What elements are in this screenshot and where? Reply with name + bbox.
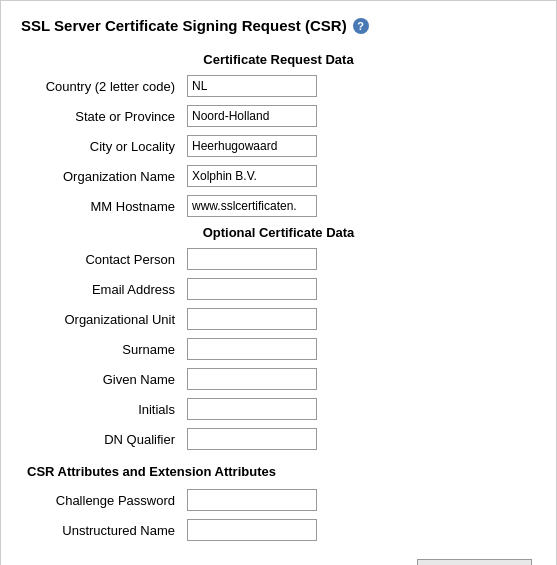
help-icon[interactable]: ?: [353, 18, 369, 34]
challenge-password-cell: [181, 485, 536, 515]
table-row: Initials: [21, 394, 536, 424]
surname-input[interactable]: [187, 338, 317, 360]
dn-qualifier-cell: [181, 424, 536, 454]
table-row: Given Name: [21, 364, 536, 394]
surname-cell: [181, 334, 536, 364]
org-unit-cell: [181, 304, 536, 334]
table-row: Country (2 letter code): [21, 71, 536, 101]
unstructured-name-input[interactable]: [187, 519, 317, 541]
country-input[interactable]: [187, 75, 317, 97]
hostname-input[interactable]: [187, 195, 317, 217]
email-label: Email Address: [21, 274, 181, 304]
city-label: City or Locality: [21, 131, 181, 161]
dn-qualifier-label: DN Qualifier: [21, 424, 181, 454]
cert-request-section-header: Certificate Request Data: [21, 48, 536, 71]
surname-label: Surname: [21, 334, 181, 364]
table-row: MM Hostname: [21, 191, 536, 221]
optional-cert-section-header: Optional Certificate Data: [21, 221, 536, 244]
state-label: State or Province: [21, 101, 181, 131]
table-row: State or Province: [21, 101, 536, 131]
city-input[interactable]: [187, 135, 317, 157]
dn-qualifier-input[interactable]: [187, 428, 317, 450]
challenge-password-input[interactable]: [187, 489, 317, 511]
main-container: SSL Server Certificate Signing Request (…: [0, 0, 557, 565]
generate-csr-button[interactable]: Generate CSR: [417, 559, 532, 565]
org-unit-input[interactable]: [187, 308, 317, 330]
table-row: Organizational Unit: [21, 304, 536, 334]
table-row: Organization Name: [21, 161, 536, 191]
table-row: Contact Person: [21, 244, 536, 274]
org-unit-label: Organizational Unit: [21, 304, 181, 334]
table-row: City or Locality: [21, 131, 536, 161]
table-row: Challenge Password: [21, 485, 536, 515]
contact-person-input[interactable]: [187, 248, 317, 270]
state-cell: [181, 101, 536, 131]
challenge-password-label: Challenge Password: [21, 485, 181, 515]
initials-input[interactable]: [187, 398, 317, 420]
form-table: Certificate Request Data Country (2 lett…: [21, 48, 536, 565]
initials-label: Initials: [21, 394, 181, 424]
org-name-label: Organization Name: [21, 161, 181, 191]
city-cell: [181, 131, 536, 161]
org-name-input[interactable]: [187, 165, 317, 187]
table-row: DN Qualifier: [21, 424, 536, 454]
unstructured-name-cell: [181, 515, 536, 545]
table-row: Unstructured Name: [21, 515, 536, 545]
csr-attributes-title: CSR Attributes and Extension Attributes: [27, 464, 276, 479]
csr-attributes-section-header: CSR Attributes and Extension Attributes: [21, 454, 536, 485]
hostname-cell: [181, 191, 536, 221]
given-name-label: Given Name: [21, 364, 181, 394]
generate-row: Generate CSR: [21, 545, 536, 565]
unstructured-name-label: Unstructured Name: [21, 515, 181, 545]
contact-person-label: Contact Person: [21, 244, 181, 274]
email-input[interactable]: [187, 278, 317, 300]
country-label: Country (2 letter code): [21, 71, 181, 101]
page-title-text: SSL Server Certificate Signing Request (…: [21, 17, 347, 34]
page-title-row: SSL Server Certificate Signing Request (…: [21, 17, 536, 34]
initials-cell: [181, 394, 536, 424]
cert-request-title: Certificate Request Data: [203, 52, 353, 67]
optional-cert-title: Optional Certificate Data: [203, 225, 355, 240]
given-name-cell: [181, 364, 536, 394]
email-cell: [181, 274, 536, 304]
given-name-input[interactable]: [187, 368, 317, 390]
state-input[interactable]: [187, 105, 317, 127]
country-cell: [181, 71, 536, 101]
hostname-label: MM Hostname: [21, 191, 181, 221]
table-row: Surname: [21, 334, 536, 364]
org-name-cell: [181, 161, 536, 191]
table-row: Email Address: [21, 274, 536, 304]
contact-person-cell: [181, 244, 536, 274]
